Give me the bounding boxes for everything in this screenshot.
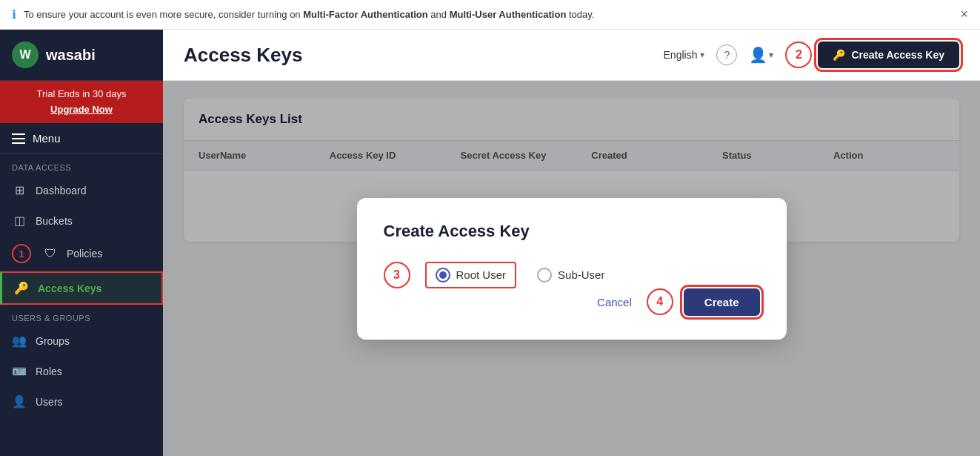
upgrade-link[interactable]: Upgrade Now: [50, 104, 113, 115]
sidebar-item-label: Access Keys: [38, 282, 101, 294]
radio-dot: [439, 271, 447, 279]
wasabi-logo-icon: W: [12, 42, 39, 68]
mfa-link[interactable]: Multi-Factor Authentication: [303, 9, 428, 20]
modal-create-button[interactable]: Create: [684, 288, 760, 316]
step2-badge: 2: [785, 42, 812, 68]
groups-icon: 👥: [12, 334, 27, 348]
roles-icon: 🪪: [12, 364, 27, 378]
content-body: Access Keys List UserName Access Key ID …: [163, 81, 980, 456]
create-modal-group: 4 Create: [647, 288, 760, 316]
step4-badge: 4: [647, 288, 673, 315]
content-area: Access Keys English ▾ ? 👤 ▾ 2 🔑 Create A…: [163, 30, 980, 456]
sidebar-item-buckets[interactable]: ◫ Buckets: [0, 205, 163, 236]
sidebar-item-label: Buckets: [36, 215, 73, 227]
hamburger-icon: [12, 133, 25, 144]
trial-box: Trial Ends in 30 days Upgrade Now: [0, 81, 163, 123]
help-icon[interactable]: ?: [716, 44, 737, 65]
sidebar-item-label: Users: [36, 396, 63, 408]
step1-badge: 1: [12, 244, 31, 263]
users-icon: 👤: [12, 394, 27, 409]
sidebar-item-label: Groups: [36, 335, 70, 347]
banner-text: To ensure your account is even more secu…: [24, 9, 594, 20]
create-btn-group: 2 🔑 Create Access Key: [785, 42, 959, 68]
chevron-down-icon: ▾: [700, 50, 704, 60]
sub-user-radio[interactable]: [537, 268, 552, 282]
sidebar-item-roles[interactable]: 🪪 Roles: [0, 356, 163, 386]
language-label: English: [664, 49, 698, 61]
top-banner: ℹ To ensure your account is even more se…: [0, 0, 980, 30]
language-selector[interactable]: English ▾: [664, 49, 705, 61]
info-icon: ℹ: [12, 7, 16, 22]
key-icon: 🔑: [833, 49, 845, 61]
create-access-key-modal: Create Access Key 3 Root User: [357, 198, 787, 340]
cancel-button[interactable]: Cancel: [597, 296, 632, 308]
modal-actions: Cancel 4 Create: [384, 288, 760, 316]
modal-overlay: Create Access Key 3 Root User: [163, 81, 980, 456]
sub-user-option[interactable]: Sub-User: [537, 268, 604, 282]
access-keys-icon: 🔑: [14, 281, 29, 295]
wasabi-logo-text: wasabi: [46, 47, 96, 64]
sidebar-item-policies[interactable]: 1 🛡 Policies: [0, 236, 163, 271]
sidebar-item-label: Dashboard: [36, 185, 87, 196]
buckets-icon: ◫: [12, 214, 27, 228]
dashboard-icon: ⊞: [12, 183, 27, 197]
root-user-option[interactable]: Root User: [425, 262, 517, 288]
sidebar-item-label: Policies: [67, 248, 102, 260]
header-right: English ▾ ? 👤 ▾ 2 🔑 Create Access Key: [664, 42, 959, 68]
menu-label: Menu: [33, 132, 61, 145]
account-person-icon: 👤: [749, 46, 767, 64]
sidebar-item-dashboard[interactable]: ⊞ Dashboard: [0, 175, 163, 205]
data-access-section-label: Data Access: [0, 154, 163, 175]
sidebar-item-users[interactable]: 👤 Users: [0, 386, 163, 417]
page-title: Access Keys: [184, 44, 302, 67]
sidebar: W wasabi Trial Ends in 30 days Upgrade N…: [0, 30, 163, 456]
sub-user-label: Sub-User: [558, 268, 604, 281]
modal-title: Create Access Key: [384, 222, 760, 241]
step3-badge: 3: [384, 262, 410, 288]
modal-options-row: 3 Root User Sub-User: [384, 262, 760, 288]
account-icon[interactable]: 👤 ▾: [749, 46, 773, 64]
root-user-label: Root User: [456, 268, 507, 281]
content-header: Access Keys English ▾ ? 👤 ▾ 2 🔑 Create A…: [163, 30, 980, 81]
menu-toggle[interactable]: Menu: [0, 123, 163, 154]
root-user-radio[interactable]: [436, 268, 450, 282]
create-access-key-button[interactable]: 🔑 Create Access Key: [818, 42, 959, 68]
sidebar-logo: W wasabi: [0, 30, 163, 81]
close-banner-button[interactable]: ×: [960, 7, 968, 22]
sidebar-item-access-keys[interactable]: 🔑 Access Keys: [0, 271, 163, 305]
trial-text: Trial Ends in 30 days: [12, 88, 151, 99]
account-chevron-icon: ▾: [769, 50, 773, 60]
users-groups-section-label: Users & Groups: [0, 305, 163, 326]
sidebar-item-label: Roles: [36, 366, 62, 377]
policies-icon: 🛡: [43, 247, 58, 260]
mua-link[interactable]: Multi-User Authentication: [450, 9, 567, 20]
sidebar-item-groups[interactable]: 👥 Groups: [0, 326, 163, 356]
